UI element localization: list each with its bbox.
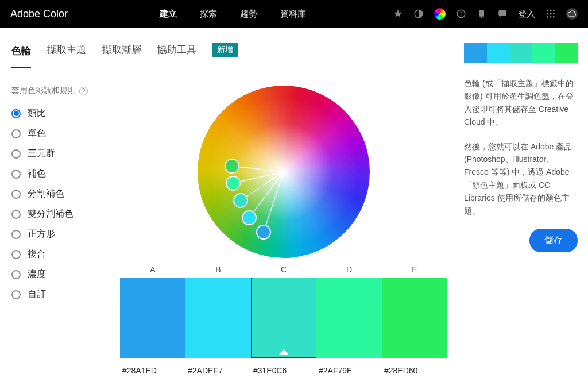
save-button[interactable]: 儲存 xyxy=(529,229,578,252)
svg-rect-3 xyxy=(479,10,484,17)
radio-icon xyxy=(11,250,21,259)
swatch-letter: C xyxy=(251,265,316,274)
rule-label: 正方形 xyxy=(28,228,55,240)
swatch-hex-value[interactable]: #2AF79E xyxy=(316,366,382,375)
color-swatch[interactable] xyxy=(316,278,382,358)
svg-point-7 xyxy=(550,10,552,11)
rule-label: 單色 xyxy=(28,128,46,140)
harmony-rule-option[interactable]: 三元群 xyxy=(11,148,115,160)
harmony-rule-option[interactable]: 補色 xyxy=(11,168,115,180)
preview-swatch xyxy=(555,43,578,63)
svg-rect-4 xyxy=(481,17,483,18)
primary-nav: 建立 探索 趨勢 資料庫 xyxy=(160,9,306,20)
radio-icon xyxy=(11,210,21,219)
nav-explore[interactable]: 探索 xyxy=(200,9,217,20)
harmony-rule-option[interactable]: 單色 xyxy=(11,128,115,140)
preview-swatch xyxy=(509,43,532,63)
rule-label: 雙分割補色 xyxy=(28,208,74,220)
svg-text:?: ? xyxy=(459,11,462,17)
color-swatch[interactable] xyxy=(382,278,447,358)
rule-label: 補色 xyxy=(28,168,46,180)
active-swatch-indicator-icon xyxy=(279,349,288,355)
harmony-rule-option[interactable]: 分割補色 xyxy=(11,188,115,200)
swatch-letter: D xyxy=(316,265,382,274)
preview-swatch xyxy=(464,43,487,63)
feedback-icon[interactable] xyxy=(497,9,508,19)
brand-logo: Adobe Color xyxy=(10,8,68,20)
radio-icon xyxy=(11,290,21,299)
rule-label: 類比 xyxy=(28,107,46,120)
harmony-rules-panel: 套用色彩調和規則 ? 類比單色三元群補色分割補色雙分割補色正方形複合濃度自訂 xyxy=(11,86,115,375)
svg-point-14 xyxy=(553,16,555,18)
apps-grid-icon[interactable] xyxy=(546,9,556,19)
swatch-hex-value[interactable]: #28ED60 xyxy=(382,366,447,375)
rule-label: 自訂 xyxy=(28,288,46,301)
harmony-rule-option[interactable]: 自訂 xyxy=(11,288,115,301)
swatch-hex-value[interactable]: #2ADEF7 xyxy=(185,366,251,375)
new-badge: 新增 xyxy=(212,43,238,57)
preview-swatch xyxy=(487,43,510,63)
radio-icon xyxy=(11,170,21,179)
creative-cloud-icon[interactable] xyxy=(566,8,578,20)
rules-heading: 套用色彩調和規則 xyxy=(11,86,76,96)
svg-point-9 xyxy=(547,13,548,15)
tab-extract-gradient[interactable]: 擷取漸層 xyxy=(102,43,141,57)
help-icon[interactable]: ? xyxy=(456,9,466,19)
color-wheel-icon[interactable] xyxy=(434,8,446,20)
signin-link[interactable]: 登入 xyxy=(518,9,535,20)
harmony-rule-option[interactable]: 正方形 xyxy=(11,228,115,240)
nav-library[interactable]: 資料庫 xyxy=(280,9,306,20)
swatch-row xyxy=(120,278,447,358)
svg-point-8 xyxy=(553,10,555,11)
top-navbar: Adobe Color 建立 探索 趨勢 資料庫 ? 登入 xyxy=(0,0,588,28)
swatch-letter: E xyxy=(382,265,447,274)
color-swatch[interactable] xyxy=(120,278,185,358)
swatch-letter: B xyxy=(185,265,251,274)
star-icon[interactable] xyxy=(393,9,403,19)
rule-label: 複合 xyxy=(28,248,46,260)
rule-label: 濃度 xyxy=(28,268,46,280)
contrast-icon[interactable] xyxy=(413,9,424,19)
color-swatch[interactable] xyxy=(251,278,316,358)
preview-swatches xyxy=(464,43,578,63)
svg-point-12 xyxy=(547,16,548,18)
radio-icon xyxy=(11,109,21,118)
harmony-rule-option[interactable]: 類比 xyxy=(11,107,115,120)
nav-create[interactable]: 建立 xyxy=(160,9,177,20)
harmony-rule-option[interactable]: 複合 xyxy=(11,248,115,260)
preview-swatch xyxy=(532,43,555,63)
radio-icon xyxy=(11,149,21,159)
tab-accessibility[interactable]: 協助工具 xyxy=(157,43,196,57)
tab-color-wheel[interactable]: 色輪 xyxy=(11,44,31,68)
tab-extract-theme[interactable]: 擷取主題 xyxy=(47,43,86,57)
info-paragraph-2: 然後，您就可以在 Adobe 產品 (Photoshop、Illustrator… xyxy=(464,140,578,217)
swatch-letter: A xyxy=(120,265,185,274)
svg-point-10 xyxy=(550,13,552,15)
info-sidebar: 色輪 (或「擷取主題」標籤中的影像) 可用於產生調色盤，在登入後即可將其儲存至 … xyxy=(464,28,588,375)
radio-icon xyxy=(11,270,21,279)
svg-rect-5 xyxy=(498,10,506,16)
rule-label: 分割補色 xyxy=(28,188,64,200)
mode-tabs: 色輪 擷取主題 擷取漸層 協助工具 新增 xyxy=(11,43,452,68)
svg-point-13 xyxy=(550,16,552,18)
rules-help-icon[interactable]: ? xyxy=(79,87,88,95)
radio-icon xyxy=(11,129,21,138)
swatch-hex-value[interactable]: #31E0C6 xyxy=(251,366,316,375)
radio-icon xyxy=(11,230,21,239)
info-paragraph-1: 色輪 (或「擷取主題」標籤中的影像) 可用於產生調色盤，在登入後即可將其儲存至 … xyxy=(464,77,578,129)
svg-point-11 xyxy=(553,13,555,15)
nav-trends[interactable]: 趨勢 xyxy=(240,9,257,20)
swatch-hex-value[interactable]: #28A1ED xyxy=(120,366,185,375)
rule-label: 三元群 xyxy=(28,148,55,160)
color-swatch[interactable] xyxy=(185,278,251,358)
radio-icon xyxy=(11,190,21,199)
notification-icon[interactable] xyxy=(477,9,487,19)
harmony-rule-option[interactable]: 濃度 xyxy=(11,268,115,280)
svg-point-6 xyxy=(547,10,548,11)
harmony-rule-option[interactable]: 雙分割補色 xyxy=(11,208,115,220)
color-wheel[interactable] xyxy=(198,86,370,258)
